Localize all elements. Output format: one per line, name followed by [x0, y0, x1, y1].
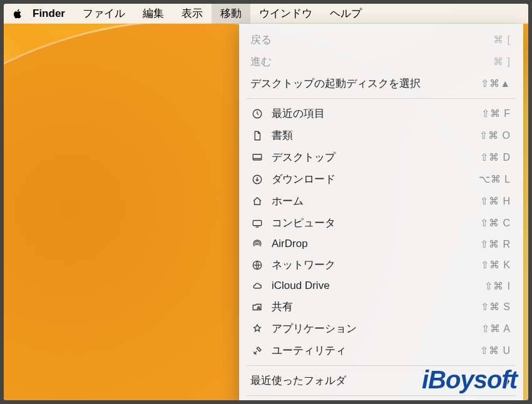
menu-separator: [247, 395, 516, 396]
menu-item-label: アプリケーション: [272, 321, 474, 336]
menu-item-select-startup-disk[interactable]: デスクトップの起動ディスクを選択 ⇧⌘▲: [239, 73, 523, 94]
menu-item-label: デスクトップの起動ディスクを選択: [250, 76, 473, 91]
menu-item-computer[interactable]: コンピュータ ⇧⌘ C: [239, 212, 523, 234]
svg-rect-3: [253, 220, 262, 225]
menu-item-label: デスクトップ: [272, 150, 473, 164]
app-name[interactable]: Finder: [24, 4, 74, 24]
shortcut-label: ⌘ [: [493, 34, 511, 46]
shortcut-label: ⇧⌘ C: [480, 217, 511, 229]
menu-item-label: AirDrop: [272, 238, 473, 250]
svg-rect-1: [253, 154, 262, 159]
computer-icon: [250, 218, 264, 229]
menu-item-label: コンピュータ: [272, 216, 473, 230]
menu-view[interactable]: 表示: [173, 4, 212, 24]
shortcut-label: ⇧⌘ F: [481, 108, 511, 119]
menu-item-label: ネットワーク: [272, 258, 473, 272]
watermark: iBoysoft: [422, 366, 517, 394]
menu-item-go-to-folder[interactable]: フォルダへ移動... ⇧⌘ G: [239, 400, 523, 400]
apps-icon: [250, 323, 264, 335]
svg-point-4: [257, 243, 258, 245]
go-menu-dropdown: 戻る ⌘ [ 進む ⌘ ] デスクトップの起動ディスクを選択 ⇧⌘▲ 最近の項目…: [239, 24, 523, 400]
menu-item-home[interactable]: ホーム ⇧⌘ H: [239, 190, 523, 212]
menu-help[interactable]: ヘルプ: [321, 4, 371, 24]
clock-icon: [250, 108, 264, 119]
airdrop-icon: [250, 238, 264, 250]
shortcut-label: ⇧⌘ I: [484, 280, 511, 292]
menu-item-back: 戻る ⌘ [: [239, 29, 523, 51]
document-icon: [250, 130, 264, 141]
shortcut-label: ⌘ ]: [493, 56, 511, 68]
shortcut-label: ⇧⌘ H: [480, 195, 511, 207]
menu-window[interactable]: ウインドウ: [250, 4, 321, 24]
icloud-icon: [250, 280, 264, 291]
menu-item-downloads[interactable]: ダウンロード ⌥⌘ L: [239, 168, 523, 190]
shortcut-label: ⇧⌘ S: [481, 301, 511, 313]
apple-menu[interactable]: [11, 8, 24, 19]
utilities-icon: [250, 345, 264, 356]
menu-item-label: 共有: [272, 300, 473, 314]
menu-separator: [247, 98, 516, 99]
menu-item-icloud-drive[interactable]: iCloud Drive ⇧⌘ I: [239, 276, 523, 296]
menu-bar: Finder ファイル 編集 表示 移動 ウインドウ ヘルプ: [4, 4, 528, 24]
menu-item-recents[interactable]: 最近の項目 ⇧⌘ F: [239, 103, 523, 124]
shortcut-label: ⇧⌘ A: [481, 323, 511, 335]
menu-item-forward: 進む ⌘ ]: [239, 51, 523, 73]
menu-item-label: ホーム: [272, 194, 473, 208]
menu-item-label: 書類: [272, 128, 472, 143]
download-icon: [250, 174, 264, 185]
shortcut-label: ⌥⌘ L: [479, 173, 511, 185]
menu-item-network[interactable]: ネットワーク ⇧⌘ K: [239, 254, 523, 276]
menu-item-label: 進む: [250, 54, 486, 69]
menu-file[interactable]: ファイル: [74, 4, 134, 24]
menu-edit[interactable]: 編集: [134, 4, 173, 24]
menu-item-shared[interactable]: 共有 ⇧⌘ S: [239, 296, 523, 318]
network-icon: [250, 260, 264, 271]
shortcut-label: ⇧⌘ R: [480, 238, 511, 250]
home-icon: [250, 196, 264, 207]
shortcut-label: ⇧⌘ U: [480, 345, 511, 356]
shortcut-label: ⇧⌘ D: [480, 151, 511, 163]
menu-item-label: 最近の項目: [272, 106, 474, 121]
menu-item-label: 戻る: [250, 33, 486, 47]
shortcut-label: ⇧⌘▲: [481, 78, 511, 89]
menu-go[interactable]: 移動: [212, 4, 250, 24]
menu-item-label: ダウンロード: [272, 172, 471, 186]
shortcut-label: ⇧⌘ K: [481, 259, 511, 271]
menu-item-airdrop[interactable]: AirDrop ⇧⌘ R: [239, 234, 523, 254]
menu-item-applications[interactable]: アプリケーション ⇧⌘ A: [239, 318, 523, 340]
menu-item-desktop[interactable]: デスクトップ ⇧⌘ D: [239, 146, 523, 168]
menu-item-label: ユーティリティ: [272, 343, 473, 358]
shortcut-label: ⇧⌘ O: [479, 129, 511, 141]
menu-item-documents[interactable]: 書類 ⇧⌘ O: [239, 124, 523, 146]
shared-icon: [250, 301, 264, 313]
desktop-icon: [250, 152, 264, 163]
menu-item-utilities[interactable]: ユーティリティ ⇧⌘ U: [239, 340, 523, 361]
menu-item-label: iCloud Drive: [272, 280, 477, 292]
